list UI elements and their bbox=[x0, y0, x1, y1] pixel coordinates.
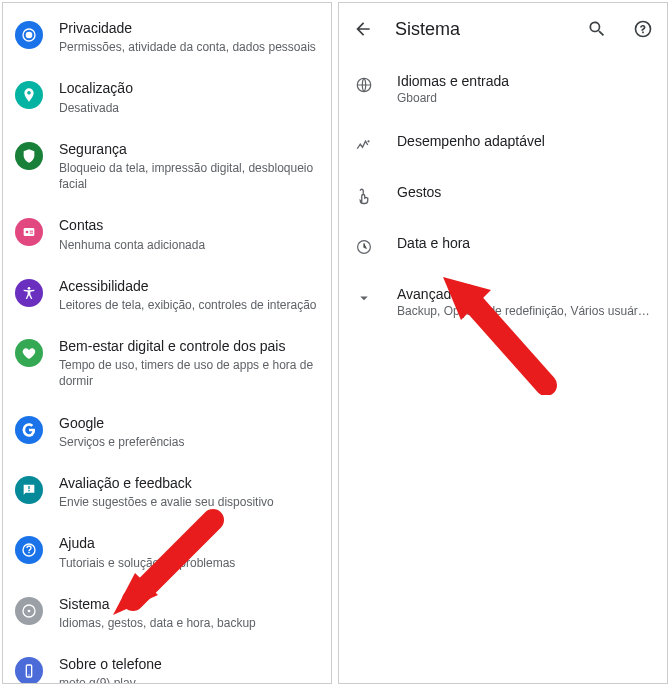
settings-item-wellbeing[interactable]: Bem-estar digital e controle dos pais Te… bbox=[3, 325, 331, 402]
settings-item-text: Ajuda Tutoriais e solução de problemas bbox=[59, 534, 317, 570]
settings-item-text: Sistema Idiomas, gestos, data e hora, ba… bbox=[59, 595, 317, 631]
svg-rect-2 bbox=[24, 228, 35, 236]
globe-icon bbox=[353, 74, 375, 96]
settings-item-privacy[interactable]: Privacidade Permissões, atividade da con… bbox=[3, 7, 331, 67]
system-list: Idiomas e entrada Gboard Desempenho adap… bbox=[339, 55, 667, 336]
search-button[interactable] bbox=[583, 15, 611, 43]
settings-item-security[interactable]: Segurança Bloqueio da tela, impressão di… bbox=[3, 128, 331, 205]
system-icon bbox=[15, 597, 43, 625]
system-panel: Sistema Idiomas e entrada Gboard Desempe… bbox=[338, 2, 668, 684]
system-item-clock[interactable]: Data e hora bbox=[339, 221, 667, 272]
system-item-subtitle: Backup, Opções de redefinição, Vários us… bbox=[397, 304, 651, 318]
settings-item-subtitle: Nenhuma conta adicionada bbox=[59, 237, 317, 253]
svg-rect-5 bbox=[30, 233, 33, 234]
settings-item-about[interactable]: Sobre o telefone moto g(9) play bbox=[3, 643, 331, 684]
svg-point-9 bbox=[28, 609, 31, 612]
accounts-icon bbox=[15, 218, 43, 246]
header-title: Sistema bbox=[395, 19, 565, 40]
feedback-icon bbox=[15, 476, 43, 504]
settings-item-location[interactable]: Localização Desativada bbox=[3, 67, 331, 127]
settings-item-subtitle: Desativada bbox=[59, 100, 317, 116]
settings-item-text: Contas Nenhuma conta adicionada bbox=[59, 216, 317, 252]
help-button[interactable] bbox=[629, 15, 657, 43]
settings-list: Privacidade Permissões, atividade da con… bbox=[3, 3, 331, 684]
help-icon bbox=[15, 536, 43, 564]
location-icon bbox=[15, 81, 43, 109]
settings-item-subtitle: moto g(9) play bbox=[59, 675, 317, 684]
back-button[interactable] bbox=[349, 15, 377, 43]
svg-point-6 bbox=[28, 287, 31, 290]
settings-item-title: Contas bbox=[59, 216, 317, 234]
settings-item-text: Segurança Bloqueio da tela, impressão di… bbox=[59, 140, 317, 193]
settings-item-text: Privacidade Permissões, atividade da con… bbox=[59, 19, 317, 55]
system-item-gestures[interactable]: Gestos bbox=[339, 170, 667, 221]
settings-item-text: Avaliação e feedback Envie sugestões e a… bbox=[59, 474, 317, 510]
system-item-adaptive[interactable]: Desempenho adaptável bbox=[339, 119, 667, 170]
settings-item-title: Sobre o telefone bbox=[59, 655, 317, 673]
settings-item-help[interactable]: Ajuda Tutoriais e solução de problemas bbox=[3, 522, 331, 582]
settings-item-text: Acessibilidade Leitores de tela, exibiçã… bbox=[59, 277, 317, 313]
settings-item-subtitle: Serviços e preferências bbox=[59, 434, 317, 450]
settings-panel: Privacidade Permissões, atividade da con… bbox=[2, 2, 332, 684]
svg-point-14 bbox=[367, 140, 369, 142]
settings-item-subtitle: Permissões, atividade da conta, dados pe… bbox=[59, 39, 317, 55]
header: Sistema bbox=[339, 3, 667, 55]
system-item-text: Avançado Backup, Opções de redefinição, … bbox=[397, 286, 651, 318]
privacy-icon bbox=[15, 21, 43, 49]
system-item-text: Desempenho adaptável bbox=[397, 133, 651, 149]
settings-item-text: Localização Desativada bbox=[59, 79, 317, 115]
accessibility-icon bbox=[15, 279, 43, 307]
system-item-text: Data e hora bbox=[397, 235, 651, 251]
clock-icon bbox=[353, 236, 375, 258]
settings-item-title: Avaliação e feedback bbox=[59, 474, 317, 492]
system-item-title: Idiomas e entrada bbox=[397, 73, 651, 89]
system-item-text: Idiomas e entrada Gboard bbox=[397, 73, 651, 105]
settings-item-subtitle: Envie sugestões e avalie seu dispositivo bbox=[59, 494, 317, 510]
system-item-title: Desempenho adaptável bbox=[397, 133, 651, 149]
settings-item-title: Acessibilidade bbox=[59, 277, 317, 295]
system-item-title: Data e hora bbox=[397, 235, 651, 251]
settings-item-title: Segurança bbox=[59, 140, 317, 158]
settings-item-title: Privacidade bbox=[59, 19, 317, 37]
svg-point-0 bbox=[26, 32, 33, 39]
system-item-title: Gestos bbox=[397, 184, 651, 200]
google-icon bbox=[15, 416, 43, 444]
security-icon bbox=[15, 142, 43, 170]
settings-item-subtitle: Bloqueio da tela, impressão digital, des… bbox=[59, 160, 317, 192]
settings-item-subtitle: Tutoriais e solução de problemas bbox=[59, 555, 317, 571]
system-item-title: Avançado bbox=[397, 286, 651, 302]
settings-item-title: Sistema bbox=[59, 595, 317, 613]
gestures-icon bbox=[353, 185, 375, 207]
system-item-globe[interactable]: Idiomas e entrada Gboard bbox=[339, 59, 667, 119]
about-icon bbox=[15, 657, 43, 684]
settings-item-title: Google bbox=[59, 414, 317, 432]
settings-item-accounts[interactable]: Contas Nenhuma conta adicionada bbox=[3, 204, 331, 264]
svg-point-3 bbox=[26, 231, 29, 234]
chevron-down-icon bbox=[353, 287, 375, 309]
settings-item-subtitle: Leitores de tela, exibição, controles de… bbox=[59, 297, 317, 313]
settings-item-accessibility[interactable]: Acessibilidade Leitores de tela, exibiçã… bbox=[3, 265, 331, 325]
system-item-chevron-down[interactable]: Avançado Backup, Opções de redefinição, … bbox=[339, 272, 667, 332]
settings-item-text: Bem-estar digital e controle dos pais Te… bbox=[59, 337, 317, 390]
wellbeing-icon bbox=[15, 339, 43, 367]
settings-item-subtitle: Idiomas, gestos, data e hora, backup bbox=[59, 615, 317, 631]
settings-item-feedback[interactable]: Avaliação e feedback Envie sugestões e a… bbox=[3, 462, 331, 522]
settings-item-text: Google Serviços e preferências bbox=[59, 414, 317, 450]
adaptive-icon bbox=[353, 134, 375, 156]
settings-item-google[interactable]: Google Serviços e preferências bbox=[3, 402, 331, 462]
svg-rect-4 bbox=[30, 231, 33, 232]
settings-item-title: Bem-estar digital e controle dos pais bbox=[59, 337, 317, 355]
settings-item-text: Sobre o telefone moto g(9) play bbox=[59, 655, 317, 684]
svg-point-11 bbox=[28, 674, 29, 675]
settings-item-subtitle: Tempo de uso, timers de uso de apps e ho… bbox=[59, 357, 317, 389]
settings-item-title: Ajuda bbox=[59, 534, 317, 552]
system-item-subtitle: Gboard bbox=[397, 91, 651, 105]
settings-item-system[interactable]: Sistema Idiomas, gestos, data e hora, ba… bbox=[3, 583, 331, 643]
settings-item-title: Localização bbox=[59, 79, 317, 97]
system-item-text: Gestos bbox=[397, 184, 651, 200]
